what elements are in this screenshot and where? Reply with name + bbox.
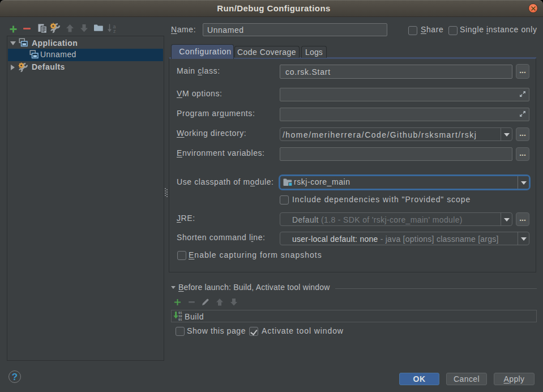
svg-text:01: 01 (178, 318, 182, 322)
svg-text:z: z (113, 28, 116, 34)
